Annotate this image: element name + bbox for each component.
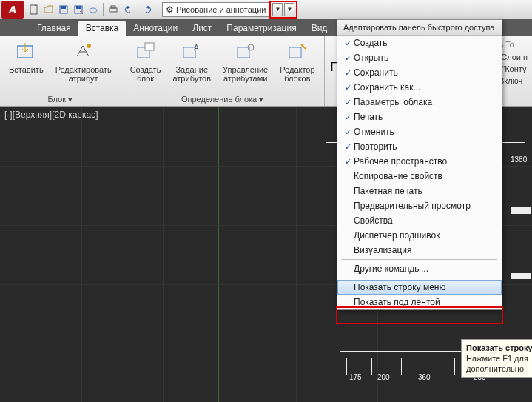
panel-block: Вставить Редактировать атрибут Блок ▾ [0,36,121,106]
check-icon: ✓ [342,142,354,152]
menu-item[interactable]: Диспетчер подшивок [337,228,502,243]
check-icon: ✓ [342,53,354,63]
check-icon: ✓ [342,83,354,93]
menu-item[interactable]: ✓Сохранить [337,65,502,80]
svg-point-9 [87,44,91,48]
dim-value: 1380 [511,155,527,164]
menu-item[interactable]: ✓Повторить [337,139,502,154]
menu-item[interactable]: ✓Рабочее пространство [337,154,502,169]
svg-rect-6 [110,8,117,12]
menu-item[interactable]: ✓Создать [337,36,502,50]
workspace-combo[interactable]: ⚙ Рисование и аннотации [162,2,269,17]
menu-item[interactable]: ✓Открыть [337,50,502,65]
svg-rect-16 [289,47,301,58]
define-attributes-icon: A [180,40,203,64]
block-editor-icon [286,40,309,64]
svg-rect-14 [238,47,249,58]
tab-home[interactable]: Главная [30,21,78,36]
svg-rect-2 [61,6,66,9]
save-icon[interactable] [57,3,70,16]
edit-attribute-icon [72,40,95,64]
open-icon[interactable] [42,3,55,16]
app-logo[interactable]: A [1,1,24,19]
menu-separator [342,278,497,278]
check-icon: ✓ [342,38,354,48]
redo-icon[interactable] [141,3,155,16]
qnew-icon[interactable] [27,3,41,16]
insert-label: Вставить [9,65,44,74]
cloud-icon[interactable] [87,3,100,16]
tooltip-title: Показать строку [466,343,532,353]
menu-item[interactable]: ✓Отменить [337,124,502,139]
insert-icon [14,40,38,64]
tab-sheet[interactable]: Лист [185,21,219,36]
panel-block-definition: Создать блок A Задание атрибутов Управле… [121,36,325,106]
svg-rect-4 [76,6,81,9]
menu-item[interactable]: Свойства [337,213,502,228]
qat-customize-dropdown-icon[interactable]: ▼ [284,3,294,16]
tooltip: Показать строку Нажмите F1 для дополните… [461,339,532,378]
tab-annotations[interactable]: Аннотации [126,21,185,36]
menu-more-commands[interactable]: Другие команды... [337,261,502,276]
tab-view[interactable]: Вид [304,21,335,36]
check-icon: ✓ [342,127,354,137]
workspace-dropdown-icon[interactable]: ▼ [272,3,283,16]
menu-show-menu-bar[interactable]: Показать строку меню [337,280,502,295]
svg-point-5 [90,8,97,13]
menu-separator [342,259,497,260]
menu-show-below[interactable]: Показать под лентой [337,295,502,309]
viewport-label[interactable]: [-][Верхняя][2D каркас] [4,110,98,120]
dim-value: 360 [418,373,431,381]
manage-attributes-label: Управление атрибутами [223,65,268,83]
check-icon: ✓ [342,68,354,78]
svg-text:A: A [194,44,199,52]
tab-insert[interactable]: Вставка [78,21,127,36]
edit-attribute-button[interactable]: Редактировать атрибут [53,38,115,93]
print-icon[interactable] [107,3,120,16]
menu-item[interactable]: Пакетная печать [337,184,502,198]
tab-parametric[interactable]: Параметризация [219,21,303,36]
saveas-icon[interactable] [72,3,85,16]
menu-item[interactable]: ✓Параметры облака [337,95,502,110]
workspace-label: Рисование и аннотации [176,5,266,14]
menu-item[interactable]: ✓Сохранить как... [337,80,502,95]
qat-customize-menu: Адаптировать панель быстрого доступа ✓Со… [337,19,502,310]
create-block-button[interactable]: Создать блок [127,38,164,93]
block-editor-label: Редактор блоков [280,65,314,83]
quick-access-toolbar: A ⚙ Рисование и аннотации ▼ ▼ [0,0,532,19]
define-attributes-label: Задание атрибутов [172,65,211,83]
check-icon: ✓ [342,113,354,122]
check-icon: ✓ [342,98,354,107]
panel-block-def-title[interactable]: Определение блока ▾ [127,93,318,106]
manage-attributes-button[interactable]: Управление атрибутами [220,38,271,93]
check-icon: ✓ [342,157,354,167]
dim-value: 200 [377,373,390,381]
svg-rect-11 [145,43,154,50]
create-block-label: Создать блок [130,65,161,83]
panel-block-title[interactable]: Блок ▾ [6,93,115,106]
qat-separator [103,3,104,16]
menu-item[interactable]: Копирование свойств [337,169,502,184]
block-editor-button[interactable]: Редактор блоков [277,38,317,93]
qat-separator [158,3,158,16]
edit-attribute-label: Редактировать атрибут [55,65,112,83]
tooltip-hint: Нажмите F1 для дополнительно [466,353,532,374]
menu-item[interactable]: ✓Печать [337,110,502,124]
svg-rect-7 [111,6,115,8]
qat-separator [138,3,138,16]
gear-icon: ⚙ [166,4,174,15]
insert-button[interactable]: Вставить [6,38,47,93]
dim-value: 175 [349,373,362,381]
create-block-icon [134,40,158,64]
define-attributes-button[interactable]: A Задание атрибутов [169,38,214,93]
manage-attributes-icon [234,40,257,64]
qat-customize-highlight: ▼ ▼ [269,1,297,19]
menu-header: Адаптировать панель быстрого доступа [337,20,502,36]
menu-item[interactable]: Визуализация [337,243,502,258]
undo-icon[interactable] [121,3,135,16]
menu-item[interactable]: Предварительный просмотр [337,198,502,213]
